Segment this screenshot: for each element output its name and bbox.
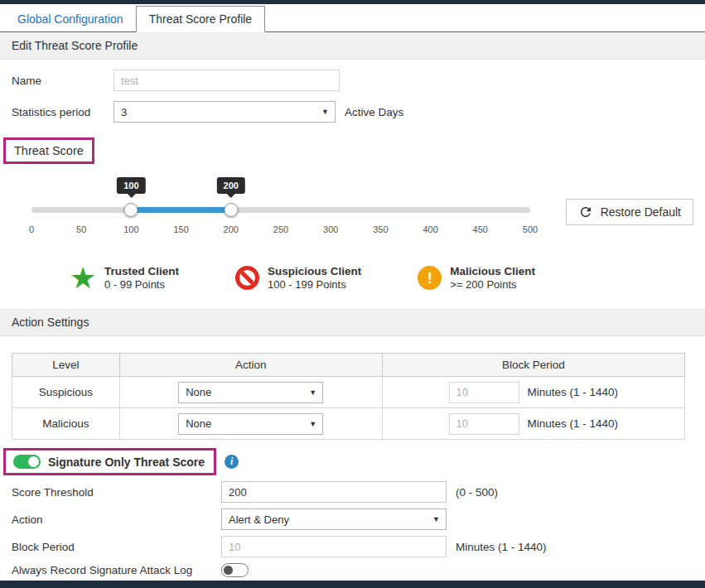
statistics-period-label: Statistics period: [12, 106, 113, 118]
header-action: Action: [119, 354, 382, 377]
action-settings-header: Action Settings: [0, 309, 705, 336]
no-entry-icon: [235, 266, 259, 290]
signature-only-threat-score-label: Signature Only Threat Score: [48, 455, 205, 469]
slider-tick: 0: [29, 224, 34, 234]
signature-block-period-input[interactable]: [221, 536, 447, 557]
table-row: Malicious None ▼ Minutes (1 - 1440): [12, 408, 685, 440]
suspicious-action-value: None: [186, 386, 211, 398]
lower-handle-value-bubble: 100: [117, 177, 145, 194]
tab-global-configuration[interactable]: Global Configuration: [5, 7, 136, 31]
suspicious-action-select[interactable]: None ▼: [178, 382, 323, 403]
score-threshold-label: Score Threshold: [12, 486, 221, 499]
suspicious-block-period-input[interactable]: [449, 382, 519, 403]
name-input[interactable]: [113, 70, 340, 91]
upper-handle-value-bubble: 200: [217, 177, 245, 194]
chevron-down-icon: ▼: [309, 420, 316, 428]
restore-default-button[interactable]: Restore Default: [566, 199, 693, 225]
legend-title: Suspicious Client: [268, 265, 361, 277]
threat-score-legend: ★ Trusted Client 0 - 99 Points Suspiciou…: [70, 265, 705, 291]
malicious-block-period-input[interactable]: [449, 413, 519, 435]
tab-bar: Global Configuration Threat Score Profil…: [0, 4, 705, 32]
statistics-period-value: 3: [121, 106, 127, 118]
signature-toggle-annotation-box: Signature Only Threat Score: [3, 448, 216, 475]
restore-default-label: Restore Default: [601, 205, 681, 219]
name-label: Name: [12, 75, 113, 87]
statistics-period-suffix: Active Days: [345, 106, 403, 118]
legend-title: Malicious Client: [450, 265, 535, 277]
level-cell: Malicious: [12, 408, 120, 440]
action-settings-table: Level Action Block Period Suspicious Non…: [12, 353, 685, 440]
slider-lower-handle[interactable]: [124, 203, 138, 217]
slider-tick: 150: [173, 224, 188, 234]
info-icon[interactable]: i: [225, 455, 239, 469]
slider-track[interactable]: [31, 207, 530, 213]
slider-tick: 100: [123, 224, 138, 234]
signature-block-period-label: Block Period: [12, 541, 221, 553]
legend-range: >= 200 Points: [450, 278, 535, 291]
header-level: Level: [12, 354, 120, 377]
always-record-signature-attack-log-row: Always Record Signature Attack Log: [12, 563, 693, 577]
bottom-window-bar: [0, 581, 705, 588]
score-threshold-hint: (0 - 500): [456, 486, 498, 499]
table-header-row: Level Action Block Period: [12, 354, 685, 377]
signature-only-threat-score-toggle[interactable]: [13, 455, 41, 469]
always-record-signature-attack-log-toggle[interactable]: [221, 563, 249, 577]
chevron-down-icon: ▼: [309, 388, 316, 397]
slider-selected-range: [131, 207, 230, 213]
edit-threat-score-profile-header: Edit Threat Score Profile: [0, 32, 705, 60]
legend-range: 0 - 99 Points: [104, 278, 179, 291]
level-cell: Suspicious: [12, 377, 120, 408]
legend-title: Trusted Client: [104, 265, 179, 277]
slider-tick: 300: [323, 224, 338, 234]
chevron-down-icon: ▼: [432, 515, 440, 523]
table-row: Suspicious None ▼ Minutes (1 - 1440): [12, 377, 685, 408]
signature-block-period-row: Block Period Minutes (1 - 1440): [12, 536, 693, 557]
signature-action-select[interactable]: Alert & Deny ▼: [221, 508, 447, 530]
legend-range: 100 - 199 Points: [268, 278, 361, 291]
header-block-period: Block Period: [382, 354, 684, 377]
signature-action-value: Alert & Deny: [229, 513, 289, 526]
legend-suspicious-client: Suspicious Client 100 - 199 Points: [235, 265, 361, 291]
minutes-unit-label: Minutes (1 - 1440): [528, 417, 619, 430]
signature-only-threat-score-row: Signature Only Threat Score i: [3, 448, 705, 475]
threat-score-slider-zone: 100 200 0 50 100 150 200 250 300 350 400…: [12, 174, 693, 243]
slider-tick: 250: [273, 224, 288, 234]
minutes-unit-label: Minutes (1 - 1440): [528, 386, 619, 398]
slider-upper-handle[interactable]: [224, 203, 238, 217]
chevron-down-icon: ▼: [321, 108, 329, 116]
score-threshold-row: Score Threshold (0 - 500): [12, 481, 693, 503]
threat-score-title: Threat Score: [14, 144, 84, 157]
malicious-action-value: None: [186, 417, 211, 430]
signature-action-label: Action: [12, 513, 221, 526]
refresh-icon: [578, 205, 593, 219]
threat-score-section: Threat Score: [3, 137, 705, 164]
statistics-period-row: Statistics period 3 ▼ Active Days: [12, 101, 693, 123]
slider-tick: 400: [423, 224, 437, 234]
name-row: Name: [12, 70, 693, 91]
legend-malicious-client: ! Malicious Client >= 200 Points: [418, 265, 535, 291]
signature-action-row: Action Alert & Deny ▼: [12, 508, 693, 530]
star-icon: ★: [70, 266, 96, 291]
warning-icon: !: [418, 266, 442, 290]
score-threshold-input[interactable]: [221, 481, 447, 503]
malicious-action-select[interactable]: None ▼: [178, 413, 323, 435]
slider-tick: 450: [473, 224, 488, 234]
legend-trusted-client: ★ Trusted Client 0 - 99 Points: [70, 265, 179, 291]
always-record-signature-attack-log-label: Always Record Signature Attack Log: [12, 564, 221, 576]
slider-tick: 50: [76, 224, 86, 234]
signature-block-period-unit: Minutes (1 - 1440): [456, 541, 547, 553]
threat-score-range-slider[interactable]: 100 200 0 50 100 150 200 250 300 350 400…: [31, 174, 530, 243]
threat-score-annotation-box: Threat Score: [3, 137, 94, 164]
statistics-period-select[interactable]: 3 ▼: [113, 101, 336, 123]
tab-threat-score-profile[interactable]: Threat Score Profile: [136, 6, 266, 32]
slider-tick: 200: [224, 224, 239, 234]
slider-tick: 500: [523, 224, 538, 234]
slider-tick: 350: [373, 224, 388, 234]
